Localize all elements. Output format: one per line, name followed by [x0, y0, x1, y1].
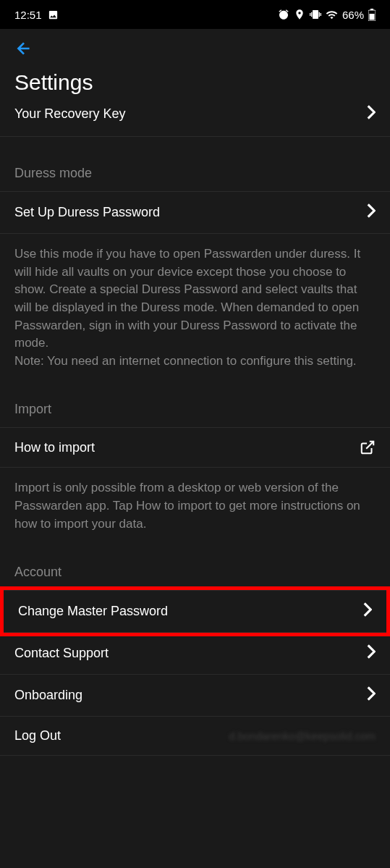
svg-rect-2: [370, 14, 375, 20]
external-link-icon: [360, 439, 376, 455]
how-to-import-label: How to import: [14, 440, 95, 455]
onboarding-label: Onboarding: [14, 688, 82, 703]
log-out-row[interactable]: Log Out d.bondarenko@keepsolid.com: [0, 717, 390, 756]
wifi-icon: [326, 9, 338, 21]
duress-section-header: Duress mode: [0, 137, 390, 191]
battery-icon: [368, 9, 376, 21]
how-to-import-row[interactable]: How to import: [0, 427, 390, 468]
status-time: 12:51: [14, 9, 42, 21]
alarm-icon: [278, 9, 289, 20]
chevron-right-icon: [367, 644, 376, 662]
duress-description: Use this mode if you have to open Passwa…: [0, 234, 390, 376]
gallery-icon: [48, 9, 59, 20]
contact-support-row[interactable]: Contact Support: [0, 633, 390, 675]
chevron-right-icon: [367, 105, 376, 123]
contact-support-label: Contact Support: [14, 646, 109, 661]
chevron-right-icon: [367, 203, 376, 222]
status-bar: 12:51 66%: [0, 0, 390, 29]
onboarding-row[interactable]: Onboarding: [0, 675, 390, 717]
recovery-key-label: Your Recovery Key: [14, 106, 125, 122]
chevron-right-icon: [367, 686, 376, 704]
import-section-header: Import: [0, 376, 390, 427]
vibrate-icon: [310, 9, 321, 20]
svg-rect-1: [370, 9, 373, 10]
account-section-header: Account: [0, 539, 390, 590]
location-icon: [294, 9, 305, 20]
import-description: Import is only possible from a desktop o…: [0, 468, 390, 539]
back-arrow-icon: [14, 39, 33, 62]
page-title: Settings: [0, 67, 390, 102]
status-left: 12:51: [14, 9, 59, 21]
change-master-password-row[interactable]: Change Master Password: [4, 590, 386, 633]
setup-duress-label: Set Up Duress Password: [14, 205, 160, 220]
back-button[interactable]: [0, 29, 390, 67]
highlighted-box: Change Master Password: [0, 586, 390, 636]
battery-percent: 66%: [342, 9, 364, 21]
account-email-blurred: d.bondarenko@keepsolid.com: [229, 730, 376, 742]
setup-duress-row[interactable]: Set Up Duress Password: [0, 191, 390, 234]
recovery-key-row[interactable]: Your Recovery Key: [0, 102, 390, 137]
chevron-right-icon: [363, 602, 372, 620]
change-master-password-label: Change Master Password: [18, 604, 168, 619]
log-out-label: Log Out: [14, 728, 61, 743]
status-right: 66%: [278, 9, 376, 21]
